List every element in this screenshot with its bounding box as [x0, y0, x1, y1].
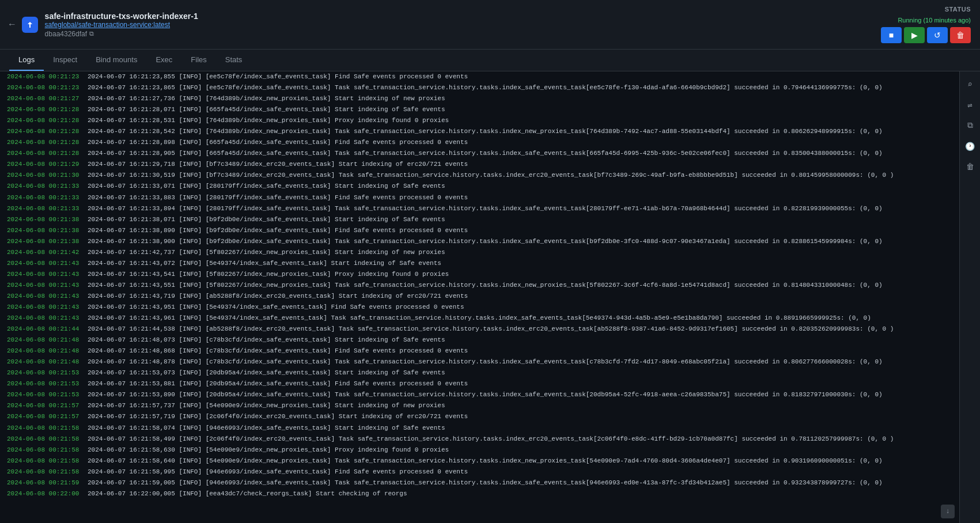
container-title: safe-infrastructure-txs-worker-indexer-1 [45, 12, 874, 21]
status-buttons: ■ ▶ ↺ 🗑 [881, 27, 971, 43]
log-content: 2024-06-07 16:21:58,640 [INFO] [54e090e9… [88, 456, 883, 466]
log-content: 2024-06-07 16:21:28,898 [INFO] [665fa45d… [88, 138, 468, 147]
copy-log-icon[interactable]: ⧉ [962, 118, 978, 134]
log-line: 2024-06-08 00:21:53 2024-06-07 16:21:53,… [0, 378, 957, 389]
log-line: 2024-06-08 00:21:42 2024-06-07 16:21:42,… [0, 247, 957, 258]
log-timestamp: 2024-06-08 00:21:28 [7, 149, 88, 158]
log-timestamp: 2024-06-08 00:21:23 [7, 72, 88, 82]
app-icon [22, 17, 38, 33]
log-timestamp: 2024-06-08 00:21:44 [7, 324, 88, 334]
log-content: 2024-06-07 16:21:38,890 [INFO] [b9f2db0e… [88, 226, 468, 236]
log-line: 2024-06-08 00:21:28 2024-06-07 16:21:28,… [0, 137, 957, 148]
tab-files[interactable]: Files [181, 50, 215, 71]
log-line: 2024-06-08 00:22:00 2024-06-07 16:22:00,… [0, 488, 957, 499]
search-icon[interactable]: ⌕ [962, 76, 978, 92]
log-timestamp: 2024-06-08 00:21:53 [7, 390, 88, 400]
log-timestamp: 2024-06-08 00:21:30 [7, 170, 88, 180]
log-line: 2024-06-08 00:21:29 2024-06-07 16:21:29,… [0, 159, 957, 170]
log-line: 2024-06-08 00:21:57 2024-06-07 16:21:57,… [0, 411, 957, 422]
log-content: 2024-06-07 16:21:30,519 [INFO] [bf7c3489… [88, 170, 894, 180]
log-content: 2024-06-07 16:21:42,737 [INFO] [5f802267… [88, 248, 445, 257]
trash-icon[interactable]: 🗑 [962, 159, 978, 175]
tab-logs[interactable]: Logs [9, 50, 44, 71]
log-timestamp: 2024-06-08 00:21:58 [7, 423, 88, 433]
log-timestamp: 2024-06-08 00:21:43 [7, 270, 88, 279]
log-content: 2024-06-07 16:21:44,538 [INFO] [ab5288f8… [88, 324, 894, 334]
tab-exec[interactable]: Exec [146, 50, 181, 71]
log-content: 2024-06-07 16:21:57,737 [INFO] [54e090e9… [88, 401, 445, 411]
restart-button[interactable]: ↺ [927, 27, 948, 43]
log-content: 2024-06-07 16:21:23,855 [INFO] [ee5c78fe… [88, 72, 468, 82]
log-line: 2024-06-08 00:21:33 2024-06-07 16:21:33,… [0, 192, 957, 203]
log-content: 2024-06-07 16:21:33,883 [INFO] [280179ff… [88, 193, 468, 203]
tab-stats[interactable]: Stats [216, 50, 252, 71]
log-timestamp: 2024-06-08 00:21:58 [7, 434, 88, 444]
log-line: 2024-06-08 00:21:43 2024-06-07 16:21:43,… [0, 291, 957, 302]
log-content: 2024-06-07 16:21:58,499 [INFO] [2c06f4f0… [88, 434, 894, 444]
log-content: 2024-06-07 16:21:28,071 [INFO] [665fa45d… [88, 105, 445, 115]
log-content: 2024-06-07 16:21:43,719 [INFO] [ab5288f8… [88, 291, 468, 301]
log-content: 2024-06-07 16:21:43,541 [INFO] [5f802267… [88, 270, 449, 279]
log-line: 2024-06-08 00:21:44 2024-06-07 16:21:44,… [0, 324, 957, 335]
clock-icon[interactable]: 🕐 [962, 138, 978, 154]
log-line: 2024-06-08 00:21:48 2024-06-07 16:21:48,… [0, 346, 957, 357]
log-line: 2024-06-08 00:21:28 2024-06-07 16:21:28,… [0, 104, 957, 115]
log-content: 2024-06-07 16:21:38,071 [INFO] [b9f2db0e… [88, 215, 445, 225]
log-timestamp: 2024-06-08 00:21:28 [7, 105, 88, 115]
log-line: 2024-06-08 00:21:48 2024-06-07 16:21:48,… [0, 357, 957, 367]
stop-button[interactable]: ■ [881, 27, 902, 43]
log-content: 2024-06-07 16:21:23,865 [INFO] [ee5c78fe… [88, 83, 883, 93]
header: ← safe-infrastructure-txs-worker-indexer… [0, 0, 980, 50]
log-timestamp: 2024-06-08 00:21:53 [7, 379, 88, 389]
log-line: 2024-06-08 00:21:28 2024-06-07 16:21:28,… [0, 126, 957, 137]
log-timestamp: 2024-06-08 00:21:43 [7, 313, 88, 323]
log-content: 2024-06-07 16:21:59,005 [INFO] [946e6993… [88, 478, 883, 488]
log-timestamp: 2024-06-08 00:21:38 [7, 215, 88, 225]
log-timestamp: 2024-06-08 00:21:58 [7, 467, 88, 477]
log-content: 2024-06-07 16:21:48,073 [INFO] [c78b3cfd… [88, 335, 445, 345]
log-line: 2024-06-08 00:21:28 2024-06-07 16:21:28,… [0, 115, 957, 126]
log-timestamp: 2024-06-08 00:21:33 [7, 204, 88, 214]
log-line: 2024-06-08 00:21:27 2024-06-07 16:21:27,… [0, 93, 957, 104]
log-line: 2024-06-08 00:21:58 2024-06-07 16:21:58,… [0, 467, 957, 477]
log-timestamp: 2024-06-08 00:21:43 [7, 259, 88, 268]
log-line: 2024-06-08 00:21:58 2024-06-07 16:21:58,… [0, 445, 957, 456]
scroll-down-button[interactable]: ↓ [941, 505, 955, 518]
log-timestamp: 2024-06-08 00:21:33 [7, 193, 88, 203]
log-content: 2024-06-07 16:21:28,542 [INFO] [764d389b… [88, 127, 883, 137]
log-content: 2024-06-07 16:21:48,878 [INFO] [c78b3cfd… [88, 357, 883, 367]
log-timestamp: 2024-06-08 00:21:48 [7, 346, 88, 356]
delete-button[interactable]: 🗑 [950, 27, 971, 43]
log-content: 2024-06-07 16:21:29,718 [INFO] [bf7c3489… [88, 160, 468, 169]
back-button[interactable]: ← [9, 20, 15, 30]
log-content: 2024-06-07 16:21:53,881 [INFO] [20db95a4… [88, 379, 468, 389]
log-content: 2024-06-07 16:21:28,531 [INFO] [764d389b… [88, 116, 449, 126]
log-timestamp: 2024-06-08 00:21:43 [7, 291, 88, 301]
log-line: 2024-06-08 00:21:23 2024-06-07 16:21:23,… [0, 71, 957, 82]
log-content: 2024-06-07 16:21:53,073 [INFO] [20db95a4… [88, 368, 445, 378]
log-line: 2024-06-08 00:21:59 2024-06-07 16:21:59,… [0, 477, 957, 488]
log-line: 2024-06-08 00:21:43 2024-06-07 16:21:43,… [0, 313, 957, 324]
tab-inspect[interactable]: Inspect [44, 50, 86, 71]
copy-hash-button[interactable]: ⧉ [89, 30, 94, 37]
start-button[interactable]: ▶ [904, 27, 925, 43]
log-content: 2024-06-07 16:21:43,951 [INFO] [5e49374/… [88, 302, 464, 312]
log-line: 2024-06-08 00:21:48 2024-06-07 16:21:48,… [0, 335, 957, 346]
log-content: 2024-06-07 16:21:27,736 [INFO] [764d389b… [88, 94, 445, 104]
status-section: STATUS Running (10 minutes ago) ■ ▶ ↺ 🗑 [881, 6, 971, 43]
log-line: 2024-06-08 00:21:43 2024-06-07 16:21:43,… [0, 302, 957, 313]
tab-bind-mounts[interactable]: Bind mounts [86, 50, 146, 71]
image-link[interactable]: safeglobal/safe-transaction-service:late… [45, 21, 170, 29]
log-timestamp: 2024-06-08 00:21:28 [7, 138, 88, 147]
log-line: 2024-06-08 00:21:57 2024-06-07 16:21:57,… [0, 400, 957, 411]
log-content: 2024-06-07 16:21:57,719 [INFO] [2c06f4f0… [88, 412, 468, 422]
log-line: 2024-06-08 00:21:28 2024-06-07 16:21:28,… [0, 148, 957, 159]
log-timestamp: 2024-06-08 00:21:29 [7, 160, 88, 169]
log-timestamp: 2024-06-08 00:21:43 [7, 281, 88, 290]
log-timestamp: 2024-06-08 00:21:57 [7, 412, 88, 422]
wrap-icon[interactable]: ⇌ [962, 97, 978, 113]
log-timestamp: 2024-06-08 00:21:53 [7, 368, 88, 378]
log-line: 2024-06-08 00:21:58 2024-06-07 16:21:58,… [0, 456, 957, 467]
log-content: 2024-06-07 16:21:53,890 [INFO] [20db95a4… [88, 390, 883, 400]
log-scroll-area[interactable]: 2024-06-08 00:21:23 2024-06-07 16:21:23,… [0, 71, 980, 523]
